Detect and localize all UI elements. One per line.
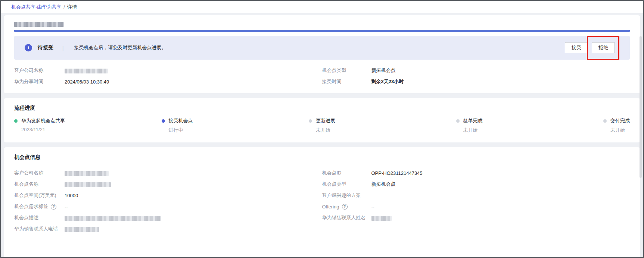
step-update-progress: 更新进展 未开始 [309,117,456,133]
reject-button[interactable]: 拒绝 [592,42,615,53]
step-delivery-complete: 交付完成 未开始 [603,117,630,133]
active-tab-indicator [14,30,630,32]
field-label: 客户公司名称 [14,67,65,74]
field-share-time: 华为分享时间 2024/06/03 10:30:49 [14,76,322,87]
field-label: 华为销售联系人电话 [14,226,65,232]
step-dot-pending [456,119,460,123]
field-value: -- [65,204,68,210]
banner-divider: | [62,45,63,51]
field-value: 新拓机会点 [371,67,396,74]
step-connector [70,121,156,121]
step-accept-opportunity: 接受机会点 进行中 [162,117,309,133]
field-label: Offering? [322,204,371,210]
info-fields: 客户公司名称 机会点名称 机会点空间(万美元) 10000 机会点需求标签? -… [14,167,630,235]
step-contract-signed: 签单完成 未开始 [456,117,604,133]
help-icon[interactable]: ? [342,204,348,210]
field-sales-contact-phone: 华为销售联系人电话 [14,223,322,235]
help-icon[interactable]: ? [51,204,56,210]
progress-card: 流程进度 华为发起机会点共享 2023/11/21 接受机会点 进行中 [4,98,640,142]
breadcrumb-separator: / [63,4,65,10]
step-dot-current [162,119,165,123]
field-customer-company: 客户公司名称 [14,65,322,76]
field-opportunity-type: 机会点类型 新拓机会点 [322,179,630,190]
redacted-value [65,227,99,232]
status-badge: 待接受 [38,44,53,51]
step-connector [488,121,598,121]
field-value [65,67,108,73]
step-sub: 未开始 [463,127,483,133]
breadcrumb-current: 详情 [67,4,77,10]
step-sub: 进行中 [169,127,193,133]
field-opportunity-space: 机会点空间(万美元) 10000 [14,190,322,201]
field-label: 接受时间 [322,78,371,85]
field-opportunity-description: 机会点描述 [14,212,322,223]
field-value [65,181,111,187]
opportunity-name-redacted [14,22,64,27]
summary-right-column: 机会点类型 新拓机会点 接受时间 剩余2天23小时 [322,65,630,87]
redacted-value [65,182,111,187]
field-label: 华为销售联系人姓名 [322,214,371,221]
step-connector [340,121,450,121]
field-label: 华为分享时间 [14,78,65,85]
field-value: OPP-HO231121447345 [371,170,423,176]
step-label: 签单完成 [463,117,483,124]
field-customer-company: 客户公司名称 [14,167,322,179]
redacted-value [371,216,392,221]
field-label: 机会点类型 [322,181,371,188]
field-value: 剩余2天23小时 [371,78,404,85]
field-opportunity-id: 机会点ID OPP-HO231121447345 [322,167,630,179]
step-sub: 未开始 [316,127,335,133]
field-demand-tag: 机会点需求标签? -- [14,201,322,212]
field-accept-deadline: 接受时间 剩余2天23小时 [322,76,630,87]
app-window: 机会点共享-由华为共享 / 详情 i 待接受 | 接受机会点后，请您及时更新机会… [0,0,644,258]
redacted-value [65,69,108,73]
page-body: i 待接受 | 接受机会点后，请您及时更新机会点进展。 接受 拒绝 客户公司名称 [1,13,643,258]
field-label: 机会点类型 [322,67,371,74]
page-title [14,21,630,26]
breadcrumb: 机会点共享-由华为共享 / 详情 [1,1,643,13]
field-opportunity-type: 机会点类型 新拓机会点 [322,65,630,76]
step-label: 交付完成 [610,117,630,124]
step-share-initiated: 华为发起机会点共享 2023/11/21 [14,117,162,133]
header-card: i 待接受 | 接受机会点后，请您及时更新机会点进展。 接受 拒绝 客户公司名称 [4,15,640,93]
info-title: 机会点信息 [14,154,630,161]
step-sub: 2023/11/21 [21,127,65,132]
field-label: 机会点ID [322,170,371,176]
field-value [65,170,109,176]
step-dot-pending [603,119,607,123]
field-value [65,226,99,232]
step-dot-done [14,119,18,123]
status-banner: i 待接受 | 接受机会点后，请您及时更新机会点进展。 接受 拒绝 [14,36,630,60]
field-label: 机会点空间(万美元) [14,192,65,199]
breadcrumb-link[interactable]: 机会点共享-由华为共享 [11,4,61,10]
step-sub: 未开始 [610,127,630,133]
process-stepper: 华为发起机会点共享 2023/11/21 接受机会点 进行中 [14,117,630,133]
field-value: 2024/06/03 10:30:49 [65,79,109,85]
info-right-column: 机会点ID OPP-HO231121447345 机会点类型 新拓机会点 客户感… [322,167,630,235]
scrollbar-thumb[interactable] [640,36,642,178]
field-label: 客户感兴趣的方案 [322,192,371,199]
summary-fields: 客户公司名称 华为分享时间 2024/06/03 10:30:49 机会点类型 … [14,60,630,87]
step-connector [198,121,303,121]
opportunity-info-card: 机会点信息 客户公司名称 机会点名称 机会点空间(万美元) 10000 [4,147,640,258]
step-label: 华为发起机会点共享 [21,117,65,124]
field-label: 客户公司名称 [14,170,65,176]
banner-message: 接受机会点后，请您及时更新机会点进展。 [74,44,166,51]
redacted-value [65,171,109,176]
field-label: 机会点描述 [14,214,65,221]
accept-button[interactable]: 接受 [565,42,588,53]
redacted-value [65,216,161,221]
field-interested-solution: 客户感兴趣的方案 -- [322,190,630,201]
field-opportunity-name: 机会点名称 [14,179,322,190]
field-value: 新拓机会点 [371,181,396,188]
summary-left-column: 客户公司名称 华为分享时间 2024/06/03 10:30:49 [14,65,322,87]
step-label: 接受机会点 [169,117,193,124]
field-value [65,215,161,220]
field-value: 10000 [65,193,78,198]
field-offering: Offering? -- [322,201,630,212]
banner-actions: 接受 拒绝 [565,42,619,53]
field-sales-contact-name: 华为销售联系人姓名 [322,212,630,223]
info-left-column: 客户公司名称 机会点名称 机会点空间(万美元) 10000 机会点需求标签? -… [14,167,322,235]
field-value: -- [371,193,375,198]
progress-title: 流程进度 [14,105,630,111]
